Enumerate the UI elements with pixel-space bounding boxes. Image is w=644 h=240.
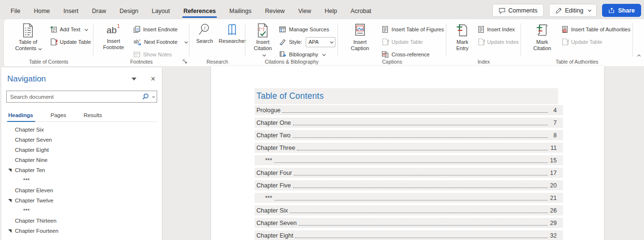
toc-page-number: 26 <box>550 207 557 214</box>
ribbon: Table of Contents Add Text Update Table … <box>4 19 644 66</box>
nav-tab-results[interactable]: Results <box>82 110 107 121</box>
collapse-triangle-icon[interactable] <box>8 229 12 233</box>
tab-view[interactable]: View <box>292 5 318 17</box>
toc-entry[interactable]: Chapter Six26 <box>255 205 563 215</box>
insert-table-of-figures-icon <box>381 26 389 33</box>
insert-citation-button[interactable]: (−) Insert Citation <box>250 21 275 58</box>
add-text-icon <box>50 26 57 33</box>
style-select[interactable]: APA <box>306 37 335 47</box>
insert-table-of-authorities-label: Insert Table of Authorities <box>571 27 631 32</box>
update-table-authorities-button[interactable]: Update Table <box>559 36 633 48</box>
insert-endnote-button[interactable]: [i] Insert Endnote <box>131 23 189 36</box>
next-footnote-icon: ab1 <box>133 38 142 46</box>
search-button[interactable]: i Search <box>193 21 216 44</box>
toc-dot-leader <box>282 112 548 113</box>
nav-heading-item[interactable]: Chapter Six <box>1 125 162 135</box>
toc-dot-leader <box>294 175 548 175</box>
tab-draw[interactable]: Draw <box>85 5 113 17</box>
group-label-table-of-authorities: Table of Authorities <box>521 59 633 65</box>
nav-heading-item[interactable]: Chapter Eight <box>1 145 162 155</box>
toc-entry[interactable]: ***21 <box>255 193 563 203</box>
mark-entry-button[interactable]: Mark Entry <box>451 21 474 52</box>
insert-table-of-authorities-button[interactable]: Insert Table of Authorities <box>559 23 633 36</box>
update-table-button[interactable]: Update Table <box>47 36 94 48</box>
tab-file[interactable]: File <box>4 5 27 17</box>
toc-dot-leader <box>290 213 548 213</box>
tab-layout[interactable]: Layout <box>145 5 177 17</box>
insert-caption-button[interactable]: Insert Caption <box>342 21 378 52</box>
comments-button[interactable]: Comments <box>492 4 544 17</box>
toc-page-number: 7 <box>550 120 557 126</box>
ribbon-group-index: Mark Entry Insert Index Update Index Ind… <box>446 19 521 66</box>
toc-entry-title: Chapter Seven <box>256 220 296 227</box>
manage-sources-button[interactable]: Manage Sources <box>276 23 338 36</box>
toc-entry[interactable]: Chapter Seven29 <box>255 218 563 228</box>
table-of-contents-button[interactable]: Table of Contents <box>10 21 46 52</box>
insert-footnote-button[interactable]: ab 1 Insert Footnote <box>97 21 130 51</box>
toc-entry[interactable]: Chapter Four17 <box>255 168 563 178</box>
nav-heading-label: Chapter Nine <box>15 157 48 163</box>
search-magnifier-icon[interactable] <box>142 93 149 100</box>
close-pane-icon[interactable]: × <box>151 76 155 82</box>
tab-review[interactable]: Review <box>258 5 292 17</box>
manage-sources-icon <box>279 26 286 33</box>
add-text-button[interactable]: Add Text <box>47 23 94 36</box>
nav-heading-item[interactable]: Chapter Nine <box>1 155 162 165</box>
tab-acrobat[interactable]: Acrobat <box>344 5 378 17</box>
insert-table-of-authorities-icon <box>561 26 569 33</box>
toc-entry[interactable]: Chapter Eight32 <box>255 230 563 240</box>
update-index-button[interactable]: Update Index <box>475 36 521 48</box>
footnotes-dialog-launcher-icon[interactable] <box>182 59 188 65</box>
share-button[interactable]: Share <box>602 4 641 17</box>
toc-page-number: 29 <box>550 220 557 227</box>
tab-mailings[interactable]: Mailings <box>223 5 258 17</box>
nav-heading-item[interactable]: Chapter Eleven <box>1 186 162 196</box>
nav-heading-item[interactable]: Chapter Seven <box>1 135 162 145</box>
nav-heading-item[interactable]: Chapter Fourteen <box>1 226 162 236</box>
insert-footnote-icon: ab 1 <box>105 23 121 37</box>
collapse-triangle-icon[interactable] <box>8 169 12 172</box>
insert-table-of-figures-button[interactable]: Insert Table of Figures <box>379 23 446 36</box>
svg-text:(−): (−) <box>259 27 265 31</box>
nav-heading-item[interactable]: Chapter Twelve <box>1 196 162 206</box>
toc-entry[interactable]: Chapter Five20 <box>255 180 563 190</box>
update-table-captions-button[interactable]: Update Table <box>379 36 446 48</box>
researcher-button[interactable]: Researcher <box>216 21 249 44</box>
update-table-authorities-label: Update Table <box>571 39 603 45</box>
nav-heading-item[interactable]: Chapter Ten <box>1 165 162 175</box>
toc-entry[interactable]: ***15 <box>255 155 563 165</box>
pane-options-caret-icon[interactable] <box>132 78 136 80</box>
editing-dropdown[interactable]: Editing <box>549 4 597 17</box>
toc-entry[interactable]: Chapter Two8 <box>255 130 563 140</box>
tab-references[interactable]: References <box>176 5 222 17</box>
toc-title[interactable]: Table of Contents <box>255 91 324 101</box>
collapse-triangle-icon[interactable] <box>8 199 12 202</box>
researcher-icon <box>226 23 239 37</box>
insert-index-button[interactable]: Insert Index <box>475 23 521 36</box>
collapse-ribbon-button[interactable] <box>636 51 640 59</box>
toc-entry[interactable]: Chapter One7 <box>255 118 563 128</box>
nav-heading-item[interactable]: Chapter Thirteen <box>1 216 162 226</box>
toc-dot-leader <box>274 162 548 163</box>
nav-tab-pages[interactable]: Pages <box>50 110 71 121</box>
nav-search-input[interactable] <box>6 91 157 103</box>
toc-entry-title: Chapter Three <box>256 145 295 151</box>
tab-insert[interactable]: Insert <box>57 5 85 17</box>
toc-entry-title: Chapter One <box>256 120 291 126</box>
next-footnote-button[interactable]: ab1 Next Footnote <box>131 36 189 48</box>
group-label-index: Index <box>446 59 521 65</box>
toc-dot-leader <box>298 225 548 226</box>
nav-heading-item[interactable]: *** <box>1 175 162 186</box>
nav-tab-headings[interactable]: Headings <box>7 110 38 121</box>
nav-heading-label: Chapter Eight <box>15 147 49 153</box>
mark-citation-button[interactable]: Mark Citation <box>527 21 558 52</box>
toc-entry-title: Chapter Two <box>256 132 291 139</box>
toc-entry[interactable]: Chapter Three11 <box>255 143 563 153</box>
tab-home[interactable]: Home <box>27 5 56 17</box>
toc-entry[interactable]: Prologue4 <box>255 105 563 115</box>
tab-help[interactable]: Help <box>318 5 344 17</box>
nav-heading-label: Chapter Thirteen <box>15 218 56 224</box>
nav-heading-item[interactable]: *** <box>1 206 162 216</box>
tab-design[interactable]: Design <box>113 5 145 17</box>
document-page: Table of Contents Prologue4Chapter One7C… <box>211 66 604 240</box>
